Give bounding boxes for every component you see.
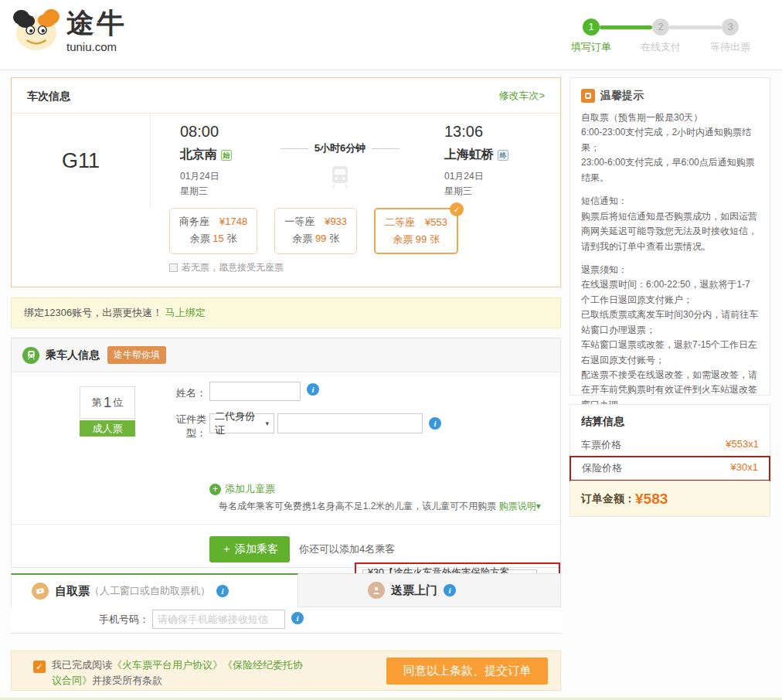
- self-pickup-info-icon[interactable]: i: [216, 585, 229, 597]
- divider: [12, 524, 560, 525]
- tips-paragraph-pickup: 自取票（预售期一般是30天） 6:00-23:00支付完成，2小时内通知购票结果…: [570, 110, 770, 185]
- seat-count: 15: [212, 233, 223, 244]
- arrive-weekday: 星期三: [444, 184, 508, 199]
- page: 途牛 tuniu.com 1 2 3 填写订单 在线支付 等待出票 车次信息 修…: [0, 0, 782, 700]
- bind-now-link[interactable]: 马上绑定: [165, 307, 206, 318]
- arrive-station: 上海虹桥: [444, 147, 494, 163]
- tuniu-cow-icon: [12, 6, 60, 53]
- depart-time: 08:00: [180, 123, 232, 141]
- seat-name: 一等座: [284, 216, 314, 227]
- tuniu-helpfill-badge[interactable]: 途牛帮你填: [107, 346, 166, 364]
- tab-self-pickup[interactable]: 自取票 （人工窗口或自助取票机） i: [11, 573, 298, 607]
- tab-self-label: 自取票: [55, 584, 90, 599]
- step-line-1: [600, 25, 652, 29]
- tab-home-label: 送票上门: [391, 583, 437, 598]
- tuniu-logo[interactable]: 途牛 tuniu.com: [12, 6, 127, 53]
- step-2-circle: 2: [652, 19, 669, 36]
- step-line-2: [669, 25, 722, 29]
- id-type-select[interactable]: 二代身份证 ▾: [209, 413, 274, 433]
- agreement-post: 并接受所有条款: [92, 675, 162, 686]
- ticket-machine-icon: [32, 583, 49, 600]
- id-info-icon[interactable]: i: [429, 417, 441, 430]
- logo-domain: tuniu.com: [66, 40, 127, 53]
- step-3-label: 等待出票: [703, 40, 757, 54]
- train-icon: [274, 163, 406, 192]
- passenger-name-input[interactable]: [209, 382, 301, 401]
- plus-icon: +: [209, 484, 221, 495]
- idx-post: 位: [113, 396, 123, 409]
- add-child-ticket-link[interactable]: + 添加儿童票: [209, 482, 275, 496]
- seat-selected-check-icon: ✓: [450, 202, 464, 216]
- arrive-badge: 终: [498, 150, 508, 161]
- seat-left-label: 余票: [190, 233, 210, 244]
- seat-option-second-selected[interactable]: ✓ 二等座 ¥553 余票 99 张: [374, 208, 458, 254]
- add-passenger-note: 你还可以添加4名乘客: [299, 542, 395, 556]
- settlement-title: 结算信息: [570, 405, 770, 436]
- agreement-pre: 我已完成阅读: [52, 659, 112, 671]
- seat-price: ¥553: [425, 216, 447, 228]
- tips-paragraph-refund: 退票须知： 在线退票时间：6:00-22:50，退款将于1-7个工作日退回原支付…: [570, 263, 770, 413]
- tips-title: 温馨提示: [600, 89, 644, 103]
- caret-down-icon: ▾: [265, 420, 269, 427]
- step-3-circle: 3: [722, 19, 739, 36]
- train-info-card: 车次信息 修改车次> G11 08:00 北京南 始 01月24日 星期三 5小…: [11, 77, 561, 287]
- step-1-label: 填写订单: [564, 40, 618, 54]
- seat-unit: 张: [226, 233, 236, 244]
- step-2-label: 在线支付: [634, 40, 688, 54]
- bind-12306-bar: 绑定12306账号，出票更快速！ 马上绑定: [11, 297, 561, 328]
- submit-order-button[interactable]: 同意以上条款、提交订单: [386, 658, 548, 685]
- logo-text: 途牛: [66, 6, 127, 40]
- passenger-info-card: 乘车人信息 途牛帮你填 第1位 成人票 姓名： i 证件类型： 二代身份证 ▾ …: [11, 338, 561, 568]
- header: 途牛 tuniu.com 1 2 3 填写订单 在线支付 等待出票: [0, 0, 782, 70]
- id-number-input[interactable]: [277, 413, 423, 433]
- passenger-index-box: 第1位: [80, 386, 135, 419]
- agreement-bar: ✓ 我已完成阅读《火车票平台用户协议》《保险经纪委托协议合同》并接受所有条款 同…: [11, 651, 561, 691]
- modify-train-link[interactable]: 修改车次>: [498, 78, 545, 113]
- passenger-card-title: 乘车人信息: [46, 348, 100, 362]
- duration-text: 5小时6分钟: [274, 141, 406, 155]
- name-info-icon[interactable]: i: [307, 383, 319, 396]
- add-passenger-button[interactable]: ＋ 添加乘客: [209, 536, 290, 562]
- insurance-price-label: 保险价格: [582, 461, 622, 475]
- ticket-note-link[interactable]: 购票说明▾: [499, 501, 541, 511]
- no-seat-checkbox[interactable]: [169, 263, 178, 272]
- settlement-card: 结算信息 车票价格 ¥553x1 保险价格 ¥30x1 订单金额： ¥583: [570, 404, 770, 517]
- phone-info-icon[interactable]: i: [291, 612, 304, 624]
- name-label: 姓名：: [158, 386, 206, 400]
- train-card-title: 车次信息: [27, 78, 70, 113]
- passenger-train-icon: [22, 347, 39, 364]
- seat-unit: 张: [430, 233, 440, 245]
- tab-home-delivery[interactable]: 送票上门 i: [298, 573, 561, 607]
- order-total-label: 订单金额：: [581, 492, 635, 506]
- arrive-time: 13:06: [444, 123, 508, 141]
- person-icon: [368, 582, 385, 599]
- no-seat-label: 若无票，愿意接受无座票: [182, 261, 284, 274]
- seat-name: 商务座: [179, 216, 209, 227]
- ticket-price-label: 车票价格: [581, 438, 621, 452]
- home-delivery-info-icon[interactable]: i: [444, 584, 456, 596]
- user-agreement-link[interactable]: 《火车票平台用户协议》: [112, 659, 223, 671]
- depart-badge: 始: [221, 150, 232, 161]
- tips-icon: [581, 89, 595, 103]
- seat-price: ¥933: [325, 216, 347, 227]
- child-ticket-note: 每名成年乘客可免费携1名身高不足1.2米的儿童，该儿童可不用购票 购票说明▾: [219, 500, 541, 513]
- delivery-section: 自取票 （人工窗口或自助取票机） i 送票上门 i 手机号码： i: [11, 573, 561, 634]
- seat-price: ¥1748: [219, 216, 247, 227]
- insurance-price-value: ¥30x1: [731, 461, 758, 475]
- tips-card: 温馨提示 自取票（预售期一般是30天） 6:00-23:00支付完成，2小时内通…: [570, 77, 770, 396]
- add-child-label: 添加儿童票: [225, 482, 275, 496]
- ticket-price-value: ¥553x1: [726, 438, 759, 452]
- idx-pre: 第: [92, 396, 102, 409]
- depart-station: 北京南: [180, 147, 217, 163]
- seat-option-first[interactable]: 一等座 ¥933 余票 99 张: [274, 208, 357, 254]
- depart-weekday: 星期三: [180, 184, 232, 199]
- seat-unit: 张: [329, 233, 339, 244]
- order-total-value: ¥583: [635, 491, 668, 508]
- step-1-circle: 1: [583, 19, 600, 36]
- bind-text: 绑定12306账号，出票更快速！: [24, 307, 162, 318]
- train-number: G11: [12, 114, 151, 208]
- phone-input[interactable]: [152, 610, 285, 629]
- agreement-checkbox[interactable]: ✓: [33, 661, 46, 673]
- seat-count: 99: [315, 233, 326, 244]
- seat-option-business[interactable]: 商务座 ¥1748 余票 15 张: [169, 208, 257, 254]
